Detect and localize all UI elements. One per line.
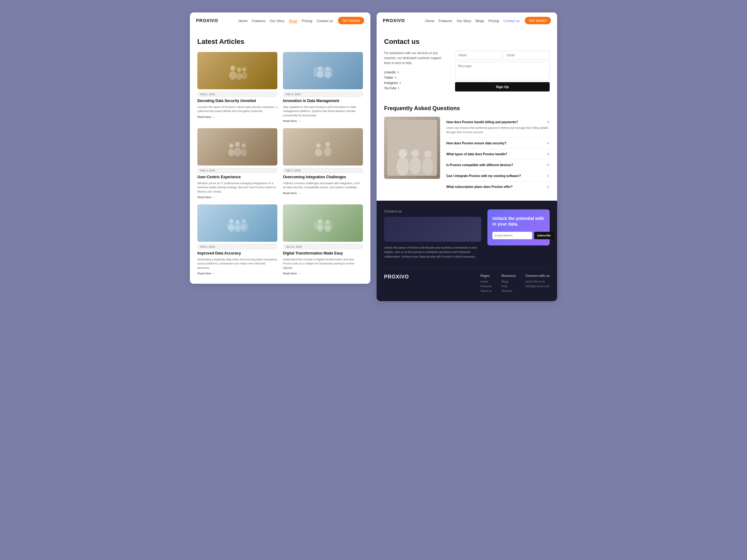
faq-answer-1: Users can choose their preferred payment… (446, 126, 550, 134)
article-card-3: Feb 3, 2024 User-Centric Experience Whet… (197, 128, 277, 199)
blog-nav-pricing[interactable]: Pricing (302, 19, 312, 23)
contact-nav-features[interactable]: Features (439, 19, 452, 23)
svg-point-8 (318, 66, 322, 70)
footer-columns: Pages Home Features About us Resource Bl… (481, 274, 550, 292)
svg-point-18 (316, 143, 320, 148)
footer-col-pages-title: Pages (481, 274, 492, 277)
footer-link-home[interactable]: Home (481, 280, 492, 283)
connect-label: Connect us (384, 209, 481, 213)
contact-get-started-button[interactable]: Get Started (525, 17, 551, 24)
contact-signup-button[interactable]: Sign Up (455, 82, 550, 91)
footer-link-reviews[interactable]: Reviews (501, 289, 516, 292)
article-read-more-5[interactable]: Read More (197, 272, 277, 275)
svg-point-5 (242, 67, 247, 72)
footer-top: Connect us Unlock the power of Proxivo a… (384, 209, 550, 259)
faq-item-3: What types of data does Proxivo handle? … (446, 149, 550, 160)
svg-point-9 (325, 71, 331, 79)
contact-nav-blogs[interactable]: Blogs (475, 19, 484, 23)
article-card-1: Feb 5, 2024 Decoding Data Security Unvei… (197, 52, 277, 123)
article-read-more-3[interactable]: Read More (197, 196, 277, 199)
unlock-title: Unlock the potential with in your data. (492, 216, 545, 227)
article-img-6 (283, 205, 363, 242)
footer-left: Connect us Unlock the power of Proxivo a… (384, 209, 481, 259)
footer-phone: (316) 555-0116 (526, 280, 550, 283)
svg-point-16 (241, 143, 246, 148)
article-title-3: User-Centric Experience (197, 175, 277, 180)
svg-point-15 (240, 149, 247, 156)
blog-nav-links: Home Features Our Story Blogs Pricing Co… (238, 18, 333, 23)
article-card-4: Feb 2, 2024 Overcoming Integration Chall… (283, 128, 363, 199)
article-read-more-6[interactable]: Read More (283, 272, 363, 275)
faq-question-6[interactable]: What subscription plans does Proxivo off… (446, 185, 550, 189)
footer-link-features[interactable]: Features (481, 285, 492, 288)
contact-nav-contact[interactable]: Contact us (503, 19, 520, 23)
faq-question-3[interactable]: What types of data does Proxivo handle? … (446, 152, 550, 156)
youtube-label: YouTube (384, 86, 396, 90)
contact-page: PROXIVO Home Features Our Story Blogs Pr… (377, 12, 557, 301)
article-read-more-4[interactable]: Read More (283, 192, 363, 195)
faq-title: Frequently Asked Questions (384, 105, 550, 112)
blog-logo: PROXIVO (196, 18, 218, 23)
twitter-arrow-icon: ↗ (394, 76, 398, 80)
faq-section: Frequently Asked Questions How does Prox… (384, 99, 550, 192)
svg-point-35 (398, 149, 407, 158)
svg-point-19 (324, 148, 332, 156)
svg-point-29 (317, 224, 323, 232)
article-desc-4: Address common challenges associated wit… (283, 181, 363, 190)
svg-point-11 (228, 149, 234, 156)
svg-point-13 (234, 148, 241, 156)
faq-item-1: How does Proxivo handle billing and paym… (446, 117, 550, 138)
contact-nav-home[interactable]: Home (425, 19, 434, 23)
article-desc-2: Stay updated on the latest features and … (283, 105, 363, 118)
svg-point-14 (235, 142, 240, 147)
article-read-more-2[interactable]: Read More (283, 119, 363, 123)
contact-nav: PROXIVO Home Features Our Story Blogs Pr… (377, 12, 557, 29)
contact-name-input[interactable] (455, 51, 501, 60)
footer-desc: Unlock the power of Proxivo and elevate … (384, 245, 481, 259)
footer-col-connect-title: Connect with us (526, 274, 550, 277)
faq-question-5[interactable]: Can I integrate Proxivo with my existing… (446, 174, 550, 178)
blog-nav-contact[interactable]: Contact us (316, 19, 333, 23)
faq-item-4: Is Proxivo compatible with different dev… (446, 160, 550, 170)
footer-link-blogs[interactable]: Blogs (501, 280, 516, 283)
svg-point-10 (326, 66, 330, 71)
article-date-2: Feb 4, 2024 (283, 92, 363, 97)
social-link-linkedin[interactable]: LinkedIn ↗ (384, 71, 447, 74)
contact-email-input[interactable] (503, 51, 550, 60)
blog-nav-blogs[interactable]: Blogs (289, 19, 298, 23)
contact-nav-our-story[interactable]: Our Story (457, 19, 471, 23)
faq-question-4[interactable]: Is Proxivo compatible with different dev… (446, 163, 550, 167)
article-desc-1: Uncover the layers of Proxivo's robust d… (197, 105, 277, 113)
blog-content: Latest Articles Feb 5, 2024 Decoding Dat… (190, 29, 370, 284)
blog-get-started-button[interactable]: Get Started (338, 17, 364, 24)
contact-form: Sign Up (455, 51, 550, 91)
footer-link-about[interactable]: About us (481, 289, 492, 292)
instagram-label: Instagram (384, 81, 398, 85)
svg-point-12 (229, 143, 233, 148)
social-link-instagram[interactable]: Instagram ↗ (384, 81, 447, 85)
svg-point-36 (410, 157, 421, 175)
blog-nav-our-story[interactable]: Our Story (270, 19, 284, 23)
footer-email: hello@proxivo.com (526, 285, 550, 288)
blog-nav-home[interactable]: Home (238, 19, 248, 23)
footer-col-resource-title: Resource (501, 274, 516, 277)
blog-nav-features[interactable]: Features (252, 19, 265, 23)
faq-q-text-5: Can I integrate Proxivo with my existing… (446, 174, 521, 178)
contact-desc: For assistance with our services or any … (384, 51, 447, 65)
blog-page-title: Latest Articles (197, 38, 363, 46)
contact-message-input[interactable] (455, 61, 550, 80)
faq-question-1[interactable]: How does Proxivo handle billing and paym… (446, 120, 550, 124)
contact-nav-pricing[interactable]: Pricing (489, 19, 499, 23)
footer-subscribe-button[interactable]: Subscribe (534, 232, 554, 239)
footer-col-connect-links: (316) 555-0116 hello@proxivo.com (526, 280, 550, 288)
faq-item-2: How does Proxivo ensure data security? ∨ (446, 138, 550, 149)
social-link-twitter[interactable]: Twitter ↗ (384, 76, 447, 79)
social-link-youtube[interactable]: YouTube ↗ (384, 86, 447, 90)
footer-email-input[interactable] (492, 232, 532, 239)
article-title-2: Innovation in Data Management (283, 99, 363, 104)
footer-link-faq[interactable]: FAQ (501, 285, 516, 288)
linkedin-arrow-icon: ↗ (396, 70, 400, 74)
faq-question-2[interactable]: How does Proxivo ensure data security? ∨ (446, 141, 550, 145)
article-img-5 (197, 205, 277, 242)
article-read-more-1[interactable]: Read More (197, 115, 277, 118)
